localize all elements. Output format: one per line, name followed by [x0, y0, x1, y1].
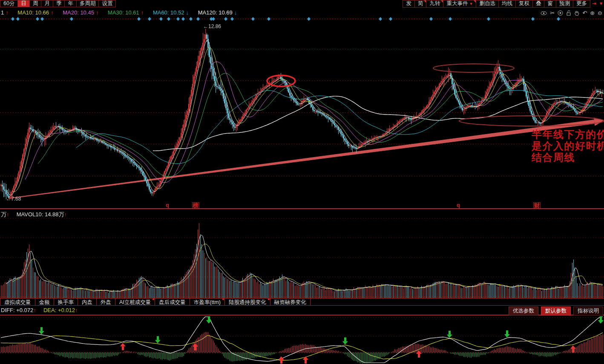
- up-arrow-icon: ↑: [96, 9, 99, 16]
- macd-chart-canvas[interactable]: [0, 315, 604, 364]
- button-major-events[interactable]: 重大事件▼: [443, 0, 476, 8]
- unlock-icon[interactable]: [566, 10, 571, 16]
- tab-multi-period[interactable]: 多周期: [77, 0, 99, 7]
- button-overlay[interactable]: 叠: [533, 0, 545, 8]
- volume-chart-canvas[interactable]: [0, 210, 604, 298]
- zoom-in-icon[interactable]: ⊕: [590, 10, 595, 16]
- ma20-value: MA20: 10.45: [63, 9, 94, 16]
- ma-legend: 1↑ MA10: 10.66↑ MA20: 10.45↑ MA30: 10.61…: [1, 9, 239, 16]
- tab-ai-volume[interactable]: AI立桩成交量: [115, 298, 155, 306]
- stock-chart-app: { "toolbar_left": { "tabs": [ {"label":"…: [0, 0, 604, 364]
- parameter-buttons: 优选参数 默认参数 指标说明: [509, 307, 603, 315]
- trough-price-label: ←7.68: [6, 196, 21, 202]
- tab-yearly[interactable]: 年: [65, 0, 77, 7]
- down-arrow-icon: ↓: [186, 9, 189, 16]
- button-nine-turn[interactable]: 九转: [426, 0, 443, 8]
- button-ma-settings[interactable]: 均线: [499, 0, 516, 8]
- tab-turnover-rate[interactable]: 换手率: [54, 298, 78, 306]
- optimal-params-button[interactable]: 优选参数: [509, 307, 538, 315]
- volume-partial-value: 万: [1, 211, 6, 218]
- zoom-out-icon[interactable]: ⊖: [598, 10, 602, 16]
- annotation-line: 结合周线: [532, 152, 604, 163]
- notification-dot: [268, 298, 270, 300]
- tab-monthly[interactable]: 月: [41, 0, 53, 7]
- ma30-value: MA30: 10.61: [108, 9, 139, 16]
- notification-dot: [152, 298, 154, 300]
- default-params-button[interactable]: 默认参数: [541, 307, 571, 315]
- tab-weekly[interactable]: 周: [30, 0, 42, 7]
- chevron-down-icon[interactable]: ▼: [469, 2, 473, 6]
- annotation-note: 半年线下方的价 是介入的好时机 结合周线: [532, 129, 604, 163]
- tab-outer-volume[interactable]: 外盘: [97, 298, 115, 306]
- tab-inner-volume[interactable]: 内盘: [78, 298, 97, 306]
- top-toolbar: 60分 日 周 月 季 年 多周期 设置 发 简 九转 重大事件▼ 删自选 均线…: [0, 0, 604, 8]
- tab-quarterly[interactable]: 季: [53, 0, 65, 7]
- pane-divider: [0, 208, 604, 209]
- event-marker[interactable]: q: [166, 202, 169, 208]
- tab-virtual-volume[interactable]: 虚拟成交量: [0, 298, 35, 306]
- chevron-down-icon[interactable]: ▾: [598, 0, 604, 8]
- chart-toolbar: ✂ ↶ ⊕ ⊖: [541, 10, 602, 16]
- down-arrow-icon: ↓: [234, 9, 237, 16]
- ma60-value: MA60: 10.52: [153, 9, 184, 16]
- collapse-panel-icon[interactable]: ⇥: [590, 0, 598, 8]
- event-marker[interactable]: q: [457, 202, 460, 208]
- diff-value: DIFF: +0.072: [1, 307, 33, 313]
- tab-amount[interactable]: 金额: [35, 298, 54, 306]
- button-fa[interactable]: 发: [403, 0, 415, 8]
- indicator-tab-bar: 虚拟成交量 金额 换手率 内盘 外盘 AI立桩成交量 盘后成交量 市盈率(ttm…: [0, 298, 604, 306]
- button-adjust-rights[interactable]: 复权: [516, 0, 533, 8]
- tab-margin-trading[interactable]: 融资融券变化: [270, 298, 311, 306]
- tab-after-hours-volume[interactable]: 盘后成交量: [155, 298, 190, 306]
- up-arrow-icon: ↑: [33, 307, 36, 313]
- new-badge: [441, 0, 443, 3]
- up-arrow-icon: ↑: [64, 211, 67, 218]
- candlestick-chart-canvas[interactable]: [0, 17, 604, 203]
- mavol10-value: MAVOL10: 14.88万: [17, 211, 64, 218]
- button-more[interactable]: 更多: [573, 0, 590, 8]
- tab-bar-filler: [311, 298, 604, 306]
- peak-price-label: ←12.86: [203, 23, 221, 29]
- annotation-line: 半年线下方的价: [532, 129, 604, 140]
- tab-daily[interactable]: 日: [18, 0, 30, 7]
- hand-icon[interactable]: [574, 10, 579, 16]
- eye-icon[interactable]: [541, 11, 547, 16]
- up-arrow-icon: ↑: [6, 9, 9, 16]
- dea-value: DEA: +0.012: [43, 307, 75, 313]
- indicator-help-button[interactable]: 指标说明: [573, 307, 603, 315]
- macd-legend: DIFF: +0.072↑ DEA: +0.012↑: [1, 307, 78, 313]
- new-badge: [474, 0, 476, 3]
- tab-60min[interactable]: 60分: [0, 0, 18, 7]
- annotation-line: 是介入的好时机: [532, 140, 604, 152]
- play-icon[interactable]: [558, 10, 563, 16]
- tab-northbound-holdings[interactable]: 陆股通持股变化: [225, 298, 270, 306]
- ma120-value: MA120: 10.69: [198, 9, 233, 16]
- button-remove-watchlist[interactable]: 删自选: [476, 0, 499, 8]
- new-badge: [424, 0, 426, 3]
- right-toolbar: 发 简 九转 重大事件▼ 删自选 均线 复权 叠 窗 预测 更多 ⇥ ▾: [403, 0, 604, 8]
- volume-legend: 万↑ MAVOL10: 14.88万↑: [1, 211, 67, 218]
- scissors-icon[interactable]: ✂: [550, 10, 555, 16]
- up-arrow-icon: ↑: [51, 9, 54, 16]
- up-arrow-icon: ↑: [6, 211, 9, 218]
- period-tabs: 60分 日 周 月 季 年 多周期 设置: [0, 0, 116, 7]
- up-arrow-icon: ↑: [141, 9, 144, 16]
- ma10-value: MA10: 10.66: [17, 9, 49, 16]
- ma-partial-value: 1: [1, 9, 4, 16]
- button-window[interactable]: 窗: [544, 0, 556, 8]
- event-marker-bang[interactable]: 榜: [192, 202, 199, 209]
- event-marker-cai[interactable]: 财: [533, 202, 541, 209]
- up-arrow-icon: ↑: [75, 307, 78, 313]
- tab-settings[interactable]: 设置: [99, 0, 116, 7]
- button-forecast[interactable]: 预测: [556, 0, 573, 8]
- notification-dot: [222, 298, 224, 300]
- undo-icon[interactable]: ↶: [582, 10, 587, 16]
- tab-pe-ttm[interactable]: 市盈率(ttm): [190, 298, 225, 306]
- button-jian[interactable]: 简: [415, 0, 427, 8]
